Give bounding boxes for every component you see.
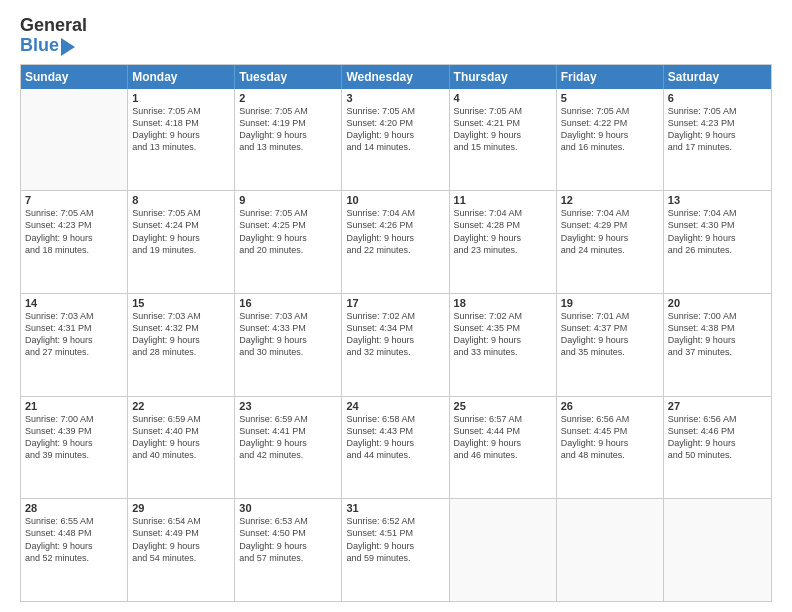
daylight-text-1: Daylight: 9 hours bbox=[668, 232, 767, 244]
calendar-cell: 26Sunrise: 6:56 AMSunset: 4:45 PMDayligh… bbox=[557, 397, 664, 499]
sunset-text: Sunset: 4:35 PM bbox=[454, 322, 552, 334]
sunset-text: Sunset: 4:41 PM bbox=[239, 425, 337, 437]
sunrise-text: Sunrise: 7:05 AM bbox=[668, 105, 767, 117]
sunrise-text: Sunrise: 6:56 AM bbox=[668, 413, 767, 425]
daylight-text-1: Daylight: 9 hours bbox=[454, 334, 552, 346]
daylight-text-2: and 16 minutes. bbox=[561, 141, 659, 153]
calendar-cell: 24Sunrise: 6:58 AMSunset: 4:43 PMDayligh… bbox=[342, 397, 449, 499]
sunrise-text: Sunrise: 7:01 AM bbox=[561, 310, 659, 322]
sunrise-text: Sunrise: 6:56 AM bbox=[561, 413, 659, 425]
day-number: 12 bbox=[561, 194, 659, 206]
daylight-text-2: and 40 minutes. bbox=[132, 449, 230, 461]
daylight-text-2: and 18 minutes. bbox=[25, 244, 123, 256]
sunset-text: Sunset: 4:18 PM bbox=[132, 117, 230, 129]
sunset-text: Sunset: 4:38 PM bbox=[668, 322, 767, 334]
day-number: 21 bbox=[25, 400, 123, 412]
calendar-cell: 3Sunrise: 7:05 AMSunset: 4:20 PMDaylight… bbox=[342, 89, 449, 191]
calendar-body: 1Sunrise: 7:05 AMSunset: 4:18 PMDaylight… bbox=[21, 89, 771, 601]
daylight-text-2: and 48 minutes. bbox=[561, 449, 659, 461]
sunset-text: Sunset: 4:30 PM bbox=[668, 219, 767, 231]
calendar-cell: 30Sunrise: 6:53 AMSunset: 4:50 PMDayligh… bbox=[235, 499, 342, 601]
sunrise-text: Sunrise: 6:59 AM bbox=[132, 413, 230, 425]
sunrise-text: Sunrise: 7:03 AM bbox=[132, 310, 230, 322]
day-number: 10 bbox=[346, 194, 444, 206]
calendar-cell bbox=[664, 499, 771, 601]
day-number: 2 bbox=[239, 92, 337, 104]
calendar-cell: 5Sunrise: 7:05 AMSunset: 4:22 PMDaylight… bbox=[557, 89, 664, 191]
sunset-text: Sunset: 4:45 PM bbox=[561, 425, 659, 437]
daylight-text-2: and 59 minutes. bbox=[346, 552, 444, 564]
day-number: 20 bbox=[668, 297, 767, 309]
header-cell-monday: Monday bbox=[128, 65, 235, 89]
daylight-text-2: and 42 minutes. bbox=[239, 449, 337, 461]
daylight-text-1: Daylight: 9 hours bbox=[668, 437, 767, 449]
day-number: 7 bbox=[25, 194, 123, 206]
daylight-text-2: and 20 minutes. bbox=[239, 244, 337, 256]
calendar-cell: 9Sunrise: 7:05 AMSunset: 4:25 PMDaylight… bbox=[235, 191, 342, 293]
sunrise-text: Sunrise: 7:04 AM bbox=[668, 207, 767, 219]
day-number: 18 bbox=[454, 297, 552, 309]
sunset-text: Sunset: 4:28 PM bbox=[454, 219, 552, 231]
day-number: 13 bbox=[668, 194, 767, 206]
day-number: 27 bbox=[668, 400, 767, 412]
calendar-cell: 29Sunrise: 6:54 AMSunset: 4:49 PMDayligh… bbox=[128, 499, 235, 601]
sunset-text: Sunset: 4:39 PM bbox=[25, 425, 123, 437]
sunrise-text: Sunrise: 7:02 AM bbox=[346, 310, 444, 322]
sunrise-text: Sunrise: 6:52 AM bbox=[346, 515, 444, 527]
daylight-text-1: Daylight: 9 hours bbox=[239, 129, 337, 141]
day-number: 4 bbox=[454, 92, 552, 104]
day-number: 19 bbox=[561, 297, 659, 309]
calendar-cell: 2Sunrise: 7:05 AMSunset: 4:19 PMDaylight… bbox=[235, 89, 342, 191]
daylight-text-2: and 52 minutes. bbox=[25, 552, 123, 564]
page: General Blue SundayMondayTuesdayWednesda… bbox=[0, 0, 792, 612]
logo-line1: General bbox=[20, 16, 87, 36]
calendar-cell bbox=[450, 499, 557, 601]
sunrise-text: Sunrise: 7:00 AM bbox=[668, 310, 767, 322]
calendar-cell: 31Sunrise: 6:52 AMSunset: 4:51 PMDayligh… bbox=[342, 499, 449, 601]
calendar-row-2: 14Sunrise: 7:03 AMSunset: 4:31 PMDayligh… bbox=[21, 293, 771, 396]
calendar-cell: 18Sunrise: 7:02 AMSunset: 4:35 PMDayligh… bbox=[450, 294, 557, 396]
sunset-text: Sunset: 4:34 PM bbox=[346, 322, 444, 334]
sunrise-text: Sunrise: 7:03 AM bbox=[25, 310, 123, 322]
daylight-text-1: Daylight: 9 hours bbox=[454, 232, 552, 244]
calendar-cell: 19Sunrise: 7:01 AMSunset: 4:37 PMDayligh… bbox=[557, 294, 664, 396]
calendar-cell: 11Sunrise: 7:04 AMSunset: 4:28 PMDayligh… bbox=[450, 191, 557, 293]
sunset-text: Sunset: 4:20 PM bbox=[346, 117, 444, 129]
calendar-cell: 14Sunrise: 7:03 AMSunset: 4:31 PMDayligh… bbox=[21, 294, 128, 396]
daylight-text-1: Daylight: 9 hours bbox=[346, 334, 444, 346]
calendar-cell bbox=[557, 499, 664, 601]
daylight-text-2: and 27 minutes. bbox=[25, 346, 123, 358]
calendar-cell bbox=[21, 89, 128, 191]
daylight-text-1: Daylight: 9 hours bbox=[239, 334, 337, 346]
sunset-text: Sunset: 4:31 PM bbox=[25, 322, 123, 334]
day-number: 8 bbox=[132, 194, 230, 206]
day-number: 1 bbox=[132, 92, 230, 104]
daylight-text-1: Daylight: 9 hours bbox=[454, 437, 552, 449]
sunset-text: Sunset: 4:29 PM bbox=[561, 219, 659, 231]
sunset-text: Sunset: 4:21 PM bbox=[454, 117, 552, 129]
day-number: 24 bbox=[346, 400, 444, 412]
sunrise-text: Sunrise: 7:05 AM bbox=[25, 207, 123, 219]
daylight-text-2: and 23 minutes. bbox=[454, 244, 552, 256]
day-number: 23 bbox=[239, 400, 337, 412]
day-number: 16 bbox=[239, 297, 337, 309]
calendar-row-4: 28Sunrise: 6:55 AMSunset: 4:48 PMDayligh… bbox=[21, 498, 771, 601]
calendar-row-3: 21Sunrise: 7:00 AMSunset: 4:39 PMDayligh… bbox=[21, 396, 771, 499]
daylight-text-2: and 33 minutes. bbox=[454, 346, 552, 358]
day-number: 31 bbox=[346, 502, 444, 514]
daylight-text-2: and 50 minutes. bbox=[668, 449, 767, 461]
daylight-text-1: Daylight: 9 hours bbox=[25, 232, 123, 244]
calendar-cell: 8Sunrise: 7:05 AMSunset: 4:24 PMDaylight… bbox=[128, 191, 235, 293]
sunset-text: Sunset: 4:33 PM bbox=[239, 322, 337, 334]
day-number: 26 bbox=[561, 400, 659, 412]
daylight-text-1: Daylight: 9 hours bbox=[346, 232, 444, 244]
daylight-text-2: and 54 minutes. bbox=[132, 552, 230, 564]
sunrise-text: Sunrise: 7:04 AM bbox=[346, 207, 444, 219]
header-cell-friday: Friday bbox=[557, 65, 664, 89]
sunset-text: Sunset: 4:40 PM bbox=[132, 425, 230, 437]
sunrise-text: Sunrise: 7:05 AM bbox=[132, 105, 230, 117]
calendar-cell: 1Sunrise: 7:05 AMSunset: 4:18 PMDaylight… bbox=[128, 89, 235, 191]
sunset-text: Sunset: 4:26 PM bbox=[346, 219, 444, 231]
daylight-text-1: Daylight: 9 hours bbox=[346, 540, 444, 552]
sunrise-text: Sunrise: 7:04 AM bbox=[561, 207, 659, 219]
